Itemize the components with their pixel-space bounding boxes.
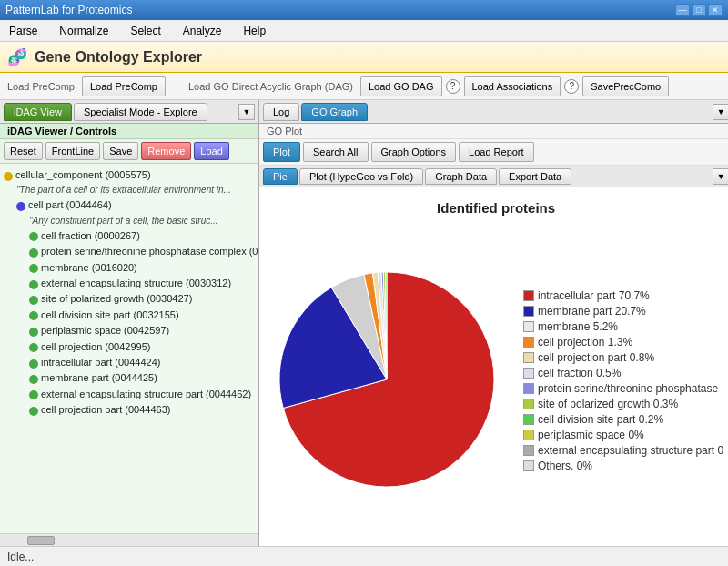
load-precomp-button[interactable]: Load PreComp bbox=[82, 76, 166, 96]
chart-container: intracellular part 70.7% membrane part 2… bbox=[268, 197, 723, 537]
tab-graph-data[interactable]: Graph Data bbox=[425, 168, 497, 185]
tree-item[interactable]: protein serine/threonine phosphatase com… bbox=[4, 244, 255, 259]
tree-item[interactable]: external encapsulating structure part (0… bbox=[4, 387, 255, 402]
inner-tab-dropdown[interactable]: ▼ bbox=[713, 168, 728, 185]
tree-item[interactable]: external encapsulating structure (003031… bbox=[4, 276, 255, 291]
scrollbar-thumb[interactable] bbox=[27, 536, 55, 545]
tree-item[interactable]: "The part of a cell or its extracellular… bbox=[4, 183, 255, 197]
legend-color-swatch bbox=[523, 306, 534, 317]
tab-plot-hypegeo[interactable]: Plot (HypeGeo vs Fold) bbox=[299, 168, 423, 185]
dot-green-icon bbox=[29, 375, 38, 384]
load-assoc-button[interactable]: Load Associations bbox=[464, 76, 561, 96]
right-tab-bar: Log GO Graph ▼ bbox=[259, 100, 728, 124]
legend-color-swatch bbox=[523, 445, 534, 456]
legend-label: cell projection part 0.8% bbox=[538, 351, 654, 364]
tree-item[interactable]: "Any constituent part of a cell, the bas… bbox=[4, 214, 255, 228]
legend-color-swatch bbox=[523, 383, 534, 394]
legend-color-swatch bbox=[523, 337, 534, 348]
load-button[interactable]: Load bbox=[194, 142, 228, 160]
legend-label: Others. 0% bbox=[538, 460, 592, 472]
dot-green-icon bbox=[29, 343, 38, 352]
load-precomp-section: Load PreComp Load PreComp bbox=[7, 76, 166, 96]
dot-green-icon bbox=[29, 264, 38, 273]
left-panel: iDAG View Specialist Mode - Explore ▼ iD… bbox=[0, 100, 259, 546]
control-bar: Reset FrontLine Save Remove Load bbox=[0, 139, 258, 164]
legend-color-swatch bbox=[523, 414, 534, 425]
load-report-button[interactable]: Load Report bbox=[459, 142, 534, 162]
graph-options-button[interactable]: Graph Options bbox=[371, 142, 457, 162]
dot-green-icon bbox=[29, 248, 38, 258]
save-prec-button[interactable]: SavePrecComo bbox=[582, 76, 669, 96]
menu-help[interactable]: Help bbox=[238, 23, 271, 39]
tree-item[interactable]: cell fraction (0000267) bbox=[4, 228, 255, 244]
legend-item: membrane 5.2% bbox=[523, 320, 723, 333]
close-button[interactable]: ✕ bbox=[708, 4, 723, 16]
gene-ontology-icon: 🧬 bbox=[7, 47, 27, 67]
legend-label: protein serine/threonine phosphatase bbox=[538, 382, 718, 395]
plot-button[interactable]: Plot bbox=[263, 142, 300, 162]
dag-help-button[interactable]: ? bbox=[446, 79, 460, 94]
title-bar: PatternLab for Proteomics — □ ✕ bbox=[0, 0, 728, 20]
maximize-button[interactable]: □ bbox=[692, 4, 706, 16]
tree-item[interactable]: intracellular part (0044424) bbox=[4, 355, 255, 370]
tab-log[interactable]: Log bbox=[263, 103, 299, 121]
legend-label: membrane 5.2% bbox=[538, 320, 618, 333]
chart-legend: intracellular part 70.7% membrane part 2… bbox=[523, 289, 723, 472]
chart-area: Identified proteins intracellular part 7… bbox=[259, 187, 728, 546]
tree-item[interactable]: cell part (0044464) bbox=[4, 197, 255, 213]
tree-container[interactable]: cellular_component (0005575)"The part of… bbox=[0, 164, 258, 533]
legend-item: intracellular part 70.7% bbox=[523, 289, 723, 302]
tree-item[interactable]: cell projection part (0044463) bbox=[4, 402, 255, 418]
pie-chart bbox=[268, 261, 505, 500]
tree-item[interactable]: cellular_component (0005575) bbox=[4, 167, 255, 183]
load-precomp-label: Load PreComp bbox=[7, 81, 75, 92]
tree-item[interactable]: cell projection (0042995) bbox=[4, 339, 255, 355]
dot-green-icon bbox=[29, 311, 38, 320]
legend-color-swatch bbox=[523, 321, 534, 332]
tree-item[interactable]: periplasmic space (0042597) bbox=[4, 323, 255, 339]
legend-label: cell projection 1.3% bbox=[538, 336, 632, 349]
assoc-help-button[interactable]: ? bbox=[564, 79, 579, 94]
tree-item[interactable]: cell division site part (0032155) bbox=[4, 308, 255, 323]
tab-idag-view[interactable]: iDAG View bbox=[4, 103, 72, 121]
app-title: Gene Ontology Explorer bbox=[35, 49, 202, 66]
menu-parse[interactable]: Parse bbox=[4, 23, 43, 39]
main-content: iDAG View Specialist Mode - Explore ▼ iD… bbox=[0, 100, 728, 546]
search-all-button[interactable]: Search All bbox=[303, 142, 369, 162]
dot-green-icon bbox=[29, 390, 38, 399]
minimize-button[interactable]: — bbox=[675, 4, 690, 16]
go-plot-label: GO Plot bbox=[259, 124, 728, 139]
tab-export-data[interactable]: Export Data bbox=[499, 168, 571, 185]
legend-color-swatch bbox=[523, 399, 534, 409]
menu-normalize[interactable]: Normalize bbox=[54, 23, 114, 39]
load-dag-button[interactable]: Load GO DAG bbox=[360, 76, 442, 96]
inner-tab-bar: Pie Plot (HypeGeo vs Fold) Graph Data Ex… bbox=[259, 166, 728, 187]
plot-toolbar: Plot Search All Graph Options Load Repor… bbox=[259, 139, 728, 166]
app-header: 🧬 Gene Ontology Explorer bbox=[0, 42, 728, 73]
tree-item[interactable]: site of polarized growth (0030427) bbox=[4, 291, 255, 307]
load-dag-label: Load GO Direct Acyclic Graph (DAG) bbox=[188, 81, 353, 92]
horizontal-scrollbar[interactable] bbox=[0, 533, 258, 546]
dot-green-icon bbox=[29, 232, 38, 241]
legend-item: Others. 0% bbox=[523, 460, 723, 472]
left-tab-dropdown[interactable]: ▼ bbox=[238, 104, 255, 120]
tab-pie[interactable]: Pie bbox=[263, 168, 298, 185]
legend-item: membrane part 20.7% bbox=[523, 305, 723, 318]
dot-blue-icon bbox=[16, 202, 25, 211]
legend-item: cell projection 1.3% bbox=[523, 336, 723, 349]
dot-green-icon bbox=[29, 328, 38, 337]
remove-button[interactable]: Remove bbox=[141, 142, 191, 160]
reset-button[interactable]: Reset bbox=[4, 142, 43, 160]
tree-item[interactable]: membrane part (0044425) bbox=[4, 370, 255, 386]
title-bar-label: PatternLab for Proteomics bbox=[5, 4, 132, 16]
menu-analyze[interactable]: Analyze bbox=[177, 23, 228, 39]
status-bar: Idle... bbox=[0, 546, 728, 566]
legend-color-swatch bbox=[523, 460, 534, 471]
tab-go-graph[interactable]: GO Graph bbox=[301, 103, 368, 121]
right-tab-dropdown[interactable]: ▼ bbox=[713, 104, 728, 120]
tree-item[interactable]: membrane (0016020) bbox=[4, 260, 255, 276]
tab-specialist-mode[interactable]: Specialist Mode - Explore bbox=[74, 103, 207, 121]
frontline-button[interactable]: FrontLine bbox=[46, 142, 100, 160]
save-button[interactable]: Save bbox=[103, 142, 138, 160]
menu-select[interactable]: Select bbox=[125, 23, 166, 39]
